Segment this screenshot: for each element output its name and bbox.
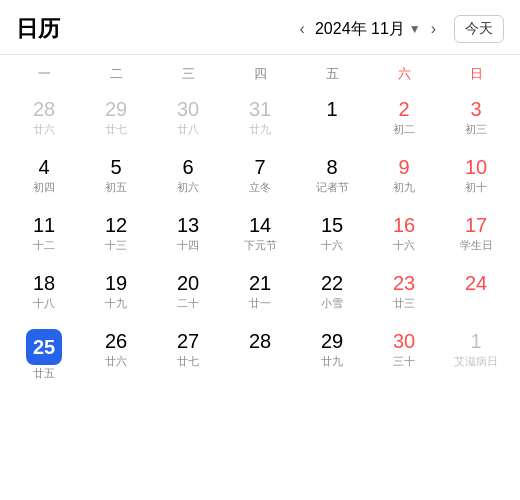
day-cell[interactable]: 24 [440,265,512,323]
app-title: 日历 [16,14,60,44]
day-cell[interactable]: 28廿六 [8,91,80,149]
day-cell[interactable]: 7立冬 [224,149,296,207]
day-cell[interactable]: 6初六 [152,149,224,207]
day-cell[interactable]: 1 [296,91,368,149]
day-sublabel: 廿八 [177,123,199,136]
day-sublabel: 廿七 [177,355,199,368]
day-cell[interactable]: 1艾滋病日 [440,323,512,386]
day-number: 12 [105,213,127,237]
weekday-sun: 日 [440,55,512,91]
day-sublabel: 艾滋病日 [454,355,498,368]
day-cell[interactable]: 2初二 [368,91,440,149]
day-cell[interactable]: 31廿九 [224,91,296,149]
prev-month-button[interactable]: ‹ [294,16,311,42]
weekday-thu: 四 [224,55,296,91]
day-cell[interactable]: 11十二 [8,207,80,265]
day-cell[interactable]: 23廿三 [368,265,440,323]
day-cell[interactable]: 5初五 [80,149,152,207]
day-cell[interactable]: 19十九 [80,265,152,323]
day-cell[interactable]: 28 [224,323,296,386]
next-month-button[interactable]: › [425,16,442,42]
day-cell[interactable]: 30三十 [368,323,440,386]
day-number: 28 [33,97,55,121]
day-number: 27 [177,329,199,353]
day-cell[interactable]: 27廿七 [152,323,224,386]
day-sublabel: 廿三 [393,297,415,310]
day-number: 5 [110,155,121,179]
day-cell[interactable]: 29廿九 [296,323,368,386]
day-cell[interactable]: 14下元节 [224,207,296,265]
day-cell[interactable]: 29廿七 [80,91,152,149]
day-cell[interactable]: 13十四 [152,207,224,265]
day-cell[interactable]: 18十八 [8,265,80,323]
nav-controls: ‹ 2024年 11月 ▼ › [294,16,442,42]
day-cell[interactable]: 22小雪 [296,265,368,323]
day-sublabel: 小雪 [321,297,343,310]
day-number: 6 [182,155,193,179]
day-cell[interactable]: 25廿五 [8,323,80,386]
day-number: 30 [393,329,415,353]
day-cell[interactable]: 12十三 [80,207,152,265]
day-number: 3 [470,97,481,121]
day-cell[interactable]: 30廿八 [152,91,224,149]
weekday-fri: 五 [296,55,368,91]
day-number: 11 [33,213,55,237]
weekday-sat: 六 [368,55,440,91]
day-sublabel: 初二 [393,123,415,136]
day-sublabel: 记者节 [316,181,349,194]
day-sublabel: 十九 [105,297,127,310]
day-sublabel: 十二 [33,239,55,252]
day-cell[interactable]: 4初四 [8,149,80,207]
day-sublabel: 十四 [177,239,199,252]
day-number: 1 [470,329,481,353]
day-sublabel: 廿六 [105,355,127,368]
month-label-text: 2024年 11月 [315,19,405,40]
day-sublabel: 十八 [33,297,55,310]
month-selector[interactable]: 2024年 11月 ▼ [315,19,421,40]
day-cell[interactable]: 26廿六 [80,323,152,386]
day-number: 21 [249,271,271,295]
day-sublabel: 廿五 [33,367,55,380]
day-sublabel: 初五 [105,181,127,194]
today-button[interactable]: 今天 [454,15,504,43]
day-sublabel: 初九 [393,181,415,194]
day-cell[interactable]: 15十六 [296,207,368,265]
day-sublabel: 十六 [321,239,343,252]
day-sublabel: 廿七 [105,123,127,136]
day-sublabel: 三十 [393,355,415,368]
day-sublabel: 初十 [465,181,487,194]
weekday-tue: 二 [80,55,152,91]
day-number: 28 [249,329,271,353]
day-cell[interactable]: 17学生日 [440,207,512,265]
day-number: 16 [393,213,415,237]
day-number: 9 [398,155,409,179]
calendar-header: 日历 ‹ 2024年 11月 ▼ › 今天 [0,0,520,55]
day-cell[interactable]: 10初十 [440,149,512,207]
day-sublabel: 廿九 [249,123,271,136]
day-sublabel: 下元节 [244,239,277,252]
day-sublabel: 立冬 [249,181,271,194]
day-sublabel: 廿六 [33,123,55,136]
day-number: 13 [177,213,199,237]
day-number: 30 [177,97,199,121]
day-number: 25 [26,329,62,365]
day-number: 19 [105,271,127,295]
day-number: 24 [465,271,487,295]
day-number: 18 [33,271,55,295]
day-number: 14 [249,213,271,237]
day-cell[interactable]: 20二十 [152,265,224,323]
day-cell[interactable]: 16十六 [368,207,440,265]
day-number: 31 [249,97,271,121]
day-number: 29 [105,97,127,121]
day-number: 7 [254,155,265,179]
day-number: 8 [326,155,337,179]
day-cell[interactable]: 9初九 [368,149,440,207]
dropdown-arrow-icon: ▼ [409,22,421,36]
day-number: 26 [105,329,127,353]
day-number: 1 [326,97,337,121]
day-sublabel: 初四 [33,181,55,194]
day-cell[interactable]: 8记者节 [296,149,368,207]
day-cell[interactable]: 21廿一 [224,265,296,323]
weekday-wed: 三 [152,55,224,91]
day-cell[interactable]: 3初三 [440,91,512,149]
